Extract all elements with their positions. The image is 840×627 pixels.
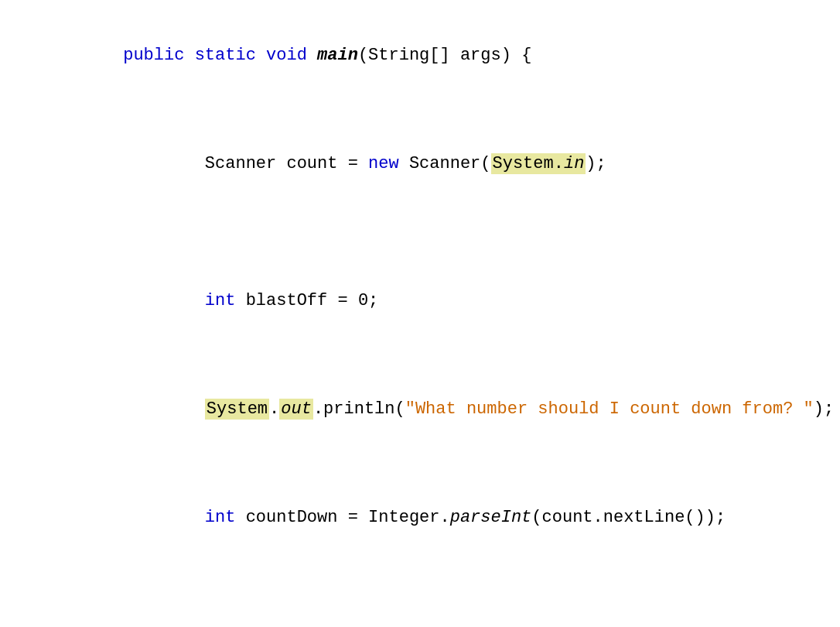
code-empty-1 <box>46 97 840 122</box>
line-scanner: Scanner count = new Scanner(System.in); <box>0 124 840 204</box>
method-main: main <box>317 46 358 65</box>
line-println-1: System.out.println("What number should I… <box>0 369 840 449</box>
line-blastoff: int blastOff = 0; <box>0 261 840 341</box>
out-highlight-1: out <box>279 399 313 420</box>
countdown-indent <box>123 508 205 527</box>
line-empty-1 <box>0 95 840 124</box>
println1-text: .println("What number should I count dow… <box>313 399 834 419</box>
in-keyword: in <box>564 154 584 173</box>
keyword-public: public <box>123 46 184 65</box>
code-empty-2 <box>46 205 840 231</box>
code-scanner: Scanner count = new Scanner(System.in); <box>46 125 840 202</box>
line-empty-7 <box>0 586 840 615</box>
space2 <box>256 46 266 65</box>
code-main-declaration: public static void main(String[] args) { <box>46 17 840 94</box>
parseint-method: parseInt <box>450 508 532 527</box>
blastoff-indent <box>123 291 205 310</box>
code-while: while (countDown >= blastOff) { <box>46 616 840 627</box>
line-empty-4 <box>0 341 840 369</box>
line-empty-6 <box>0 557 840 586</box>
code-empty-7 <box>46 588 840 613</box>
code-countdown: int countDown = Integer.parseInt(count.n… <box>46 479 840 556</box>
code-blastoff: int blastOff = 0; <box>46 262 840 339</box>
main-args: (String[] args) { <box>358 46 531 65</box>
space3 <box>307 46 317 65</box>
keyword-static: static <box>195 46 256 65</box>
system-highlight-1: System <box>205 399 269 420</box>
code-empty-5 <box>46 451 840 476</box>
countdown-args: (count.nextLine()); <box>531 508 726 527</box>
space1 <box>184 46 194 65</box>
keyword-void: void <box>266 46 307 65</box>
dot1: . <box>269 399 279 419</box>
scanner-text: Scanner count = new Scanner(System.in); <box>123 153 606 174</box>
line-while: while (countDown >= blastOff) { <box>0 615 840 627</box>
line-main-declaration: public static void main(String[] args) { <box>0 15 840 95</box>
string-1: "What number should I count down from? " <box>405 399 814 419</box>
code-empty-3 <box>46 234 840 259</box>
line-empty-2 <box>0 204 840 232</box>
countdown-text: countDown = Integer. <box>235 508 449 527</box>
keyword-new: new <box>368 154 399 173</box>
code-container: public static void main(String[] args) {… <box>0 0 840 627</box>
line-empty-3 <box>0 232 840 261</box>
line-countdown: int countDown = Integer.parseInt(count.n… <box>0 478 840 557</box>
code-println-1: System.out.println("What number should I… <box>46 371 840 447</box>
blastoff-text: blastOff = 0; <box>235 291 378 310</box>
keyword-int-1: int <box>205 291 236 310</box>
system-in-highlight: System.in <box>491 153 586 174</box>
println1-indent <box>123 399 205 419</box>
line-empty-5 <box>0 449 840 478</box>
system-keyword: System <box>493 154 554 173</box>
code-empty-4 <box>46 342 840 368</box>
code-empty-6 <box>46 559 840 584</box>
keyword-int-2: int <box>205 508 236 527</box>
